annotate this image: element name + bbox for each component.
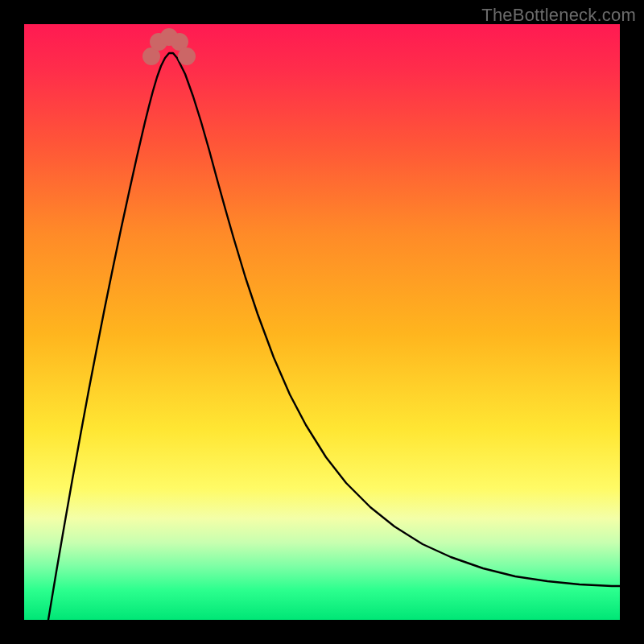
gradient-background xyxy=(24,24,620,620)
chart-frame xyxy=(24,24,620,620)
trough-marker xyxy=(178,47,196,65)
bottleneck-chart xyxy=(24,24,620,620)
watermark-text: TheBottleneck.com xyxy=(481,5,636,26)
